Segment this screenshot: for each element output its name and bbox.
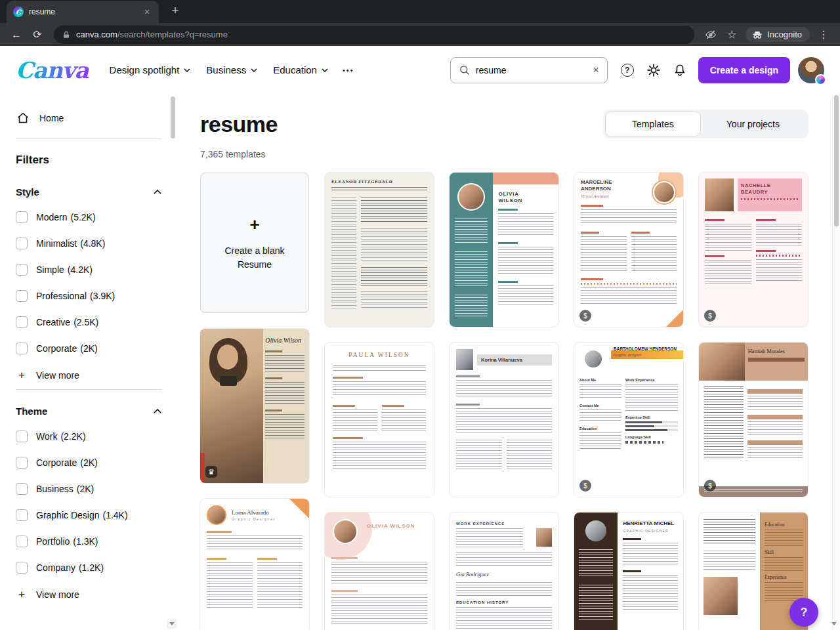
filter-option-graphic-design[interactable]: Graphic Design (1.4K) <box>16 502 164 528</box>
help-button[interactable]: ? <box>614 57 640 83</box>
filter-section-style[interactable]: Style <box>16 171 164 204</box>
view-more-style[interactable]: + View more <box>16 362 164 389</box>
search-input[interactable] <box>476 65 588 75</box>
filter-option-simple[interactable]: Simple (4.2K) <box>16 257 164 283</box>
checkbox[interactable] <box>16 238 28 249</box>
template-card[interactable]: PAULA WILSON <box>325 343 434 497</box>
text-lines <box>704 551 755 570</box>
template-card[interactable]: OLIVIA WILSON <box>450 173 558 327</box>
filter-section-theme[interactable]: Theme <box>16 390 164 423</box>
template-card[interactable]: Korina Villanueva <box>450 343 558 497</box>
template-card[interactable]: Lorna Alvarado Graphic Designer <box>200 499 309 630</box>
template-card[interactable]: BARTHOLOMEW HENDERSON Graphic designer A… <box>574 343 683 497</box>
template-card[interactable]: ELEANOR FITZGERALD <box>325 173 434 327</box>
sidebar-item-home[interactable]: Home <box>16 106 164 138</box>
settings-button[interactable] <box>640 57 667 83</box>
template-card[interactable]: HENRIETTA MICHEL GRAPHIC DESIGNER <box>574 513 683 630</box>
grid-column: + Create a blank Resume Olivia Wilson <box>200 173 309 630</box>
create-blank-resume-card[interactable]: + Create a blank Resume <box>200 173 309 313</box>
template-card[interactable]: WORK EXPERIENCE Gia Rodriguez EDUCATION … <box>450 513 558 630</box>
checkbox[interactable] <box>16 536 28 547</box>
template-card[interactable]: Olivia Wilson ♛ <box>200 329 309 483</box>
clear-search-icon[interactable]: × <box>593 64 598 76</box>
section-bar <box>581 232 599 234</box>
filter-option-corporate[interactable]: Corporate (2K) <box>16 335 164 362</box>
filter-option-creative[interactable]: Creative (2.5K) <box>16 309 164 335</box>
back-button[interactable]: ← <box>7 26 26 44</box>
nav-label: Design spotlight <box>110 64 180 75</box>
checkbox[interactable] <box>16 264 28 276</box>
nav-design-spotlight[interactable]: Design spotlight <box>102 58 199 82</box>
filter-option-work[interactable]: Work (2.2K) <box>16 423 164 450</box>
filter-option-corporate-theme[interactable]: Corporate (2K) <box>16 450 164 476</box>
section-bar <box>333 377 363 379</box>
portrait-face <box>217 345 238 369</box>
text-lines <box>507 440 553 471</box>
subtitle-band <box>748 358 805 362</box>
view-more-theme[interactable]: + View more <box>16 581 164 608</box>
new-tab-button[interactable]: + <box>167 2 184 19</box>
filter-option-professional[interactable]: Professional (3.9K) <box>16 283 164 309</box>
section-title: Theme <box>16 406 47 417</box>
template-card[interactable]: OLIVIA WILSON <box>325 513 434 630</box>
text-lines <box>579 410 621 423</box>
text-lines <box>331 198 356 309</box>
nav-more-icon[interactable]: ••• <box>336 60 361 81</box>
browser-menu-icon[interactable]: ⋮ <box>814 26 833 44</box>
browser-tab[interactable]: C resume × <box>7 1 159 23</box>
sidebar-scrollbar-thumb[interactable] <box>171 96 175 138</box>
blank-card-label: Create a blank Resume <box>222 244 287 271</box>
nav-business[interactable]: Business <box>198 58 265 82</box>
section-title: Expertise Skill <box>625 415 678 419</box>
close-tab-icon[interactable]: × <box>142 7 152 17</box>
page-title: resume <box>200 112 278 137</box>
filter-option-company[interactable]: Company (1.2K) <box>16 555 164 581</box>
help-fab[interactable]: ? <box>789 598 818 627</box>
scroll-down-button[interactable] <box>829 619 839 629</box>
filter-label: Professional <box>36 291 87 301</box>
checkbox[interactable] <box>16 290 28 302</box>
plus-icon: + <box>249 215 259 235</box>
section-bar <box>331 557 358 559</box>
checkbox[interactable] <box>16 509 28 521</box>
page-scrollbar[interactable] <box>832 94 840 630</box>
sidebar-scroll-down-button[interactable] <box>167 619 177 629</box>
template-card[interactable]: NACHELLE BEAUDRY <box>699 173 808 327</box>
text-lines <box>361 228 427 262</box>
canva-logo[interactable]: Canva <box>16 57 89 83</box>
header-actions: ? <box>614 57 693 83</box>
reload-button[interactable]: ⟳ <box>28 26 47 44</box>
checkbox[interactable] <box>16 457 28 469</box>
template-card[interactable]: Hannah Morales <box>699 343 808 497</box>
tab-templates[interactable]: Templates <box>606 112 700 136</box>
filter-count: (1.3K) <box>73 536 98 547</box>
checkbox[interactable] <box>16 316 28 328</box>
filter-option-minimalist[interactable]: Minimalist (4.8K) <box>16 230 164 257</box>
notifications-button[interactable] <box>667 57 693 83</box>
avatar[interactable] <box>798 57 824 83</box>
filter-option-portfolio[interactable]: Portfolio (1.3K) <box>16 528 164 555</box>
checkbox[interactable] <box>16 343 28 354</box>
home-label: Home <box>39 113 64 123</box>
text-lines <box>456 582 552 597</box>
tab-your-projects[interactable]: Your projects <box>700 112 806 136</box>
section-title: Contact Me <box>579 404 621 408</box>
bookmark-star-icon[interactable]: ☆ <box>722 26 742 44</box>
text-lines <box>704 519 755 545</box>
text-lines <box>747 421 803 437</box>
address-bar[interactable]: canva.com/search/templates?q=resume <box>54 26 694 44</box>
filter-option-modern[interactable]: Modern (5.2K) <box>16 204 164 230</box>
checkbox[interactable] <box>16 562 28 574</box>
nav-education[interactable]: Education <box>265 58 336 82</box>
canva-favicon-icon: C <box>13 7 24 17</box>
page-scrollbar-thumb[interactable] <box>834 95 839 226</box>
checkbox[interactable] <box>16 211 28 223</box>
eye-off-icon[interactable] <box>701 26 721 44</box>
checkbox[interactable] <box>16 483 28 495</box>
filter-option-business[interactable]: Business (2K) <box>16 476 164 502</box>
checkbox[interactable] <box>16 430 28 442</box>
template-card[interactable]: MARCELINE ANDERSON Virtual Assistant <box>574 173 683 327</box>
skill-bar <box>625 421 678 423</box>
search-box[interactable]: × <box>450 57 608 83</box>
create-a-design-button[interactable]: Create a design <box>698 57 790 83</box>
